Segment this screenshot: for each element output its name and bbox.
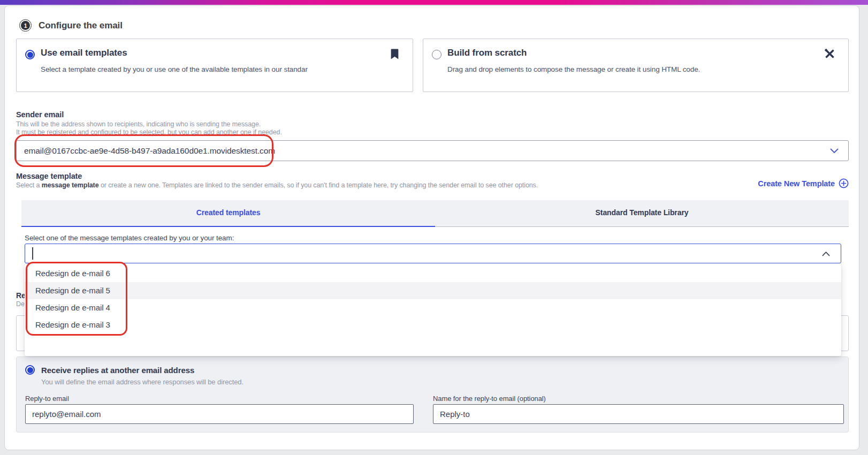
- chevron-up-icon[interactable]: [822, 251, 830, 256]
- template-search-input[interactable]: [25, 244, 841, 263]
- replies-option-description: You will define the email address where …: [41, 378, 243, 386]
- reply-to-name-label: Name for the reply-to email (optional): [433, 395, 546, 403]
- option-card-receive-replies-other-address[interactable]: Receive replies at another email address…: [16, 357, 849, 433]
- sender-email-selected-value: email@0167ccbc-ae9e-4d58-b497-a9ada160d0…: [24, 146, 275, 156]
- option-card-build-from-scratch[interactable]: Build from scratch Drag and drop element…: [423, 39, 849, 92]
- option-description: Drag and drop elements to compose the me…: [447, 64, 700, 75]
- email-campaign-configure-screen: 1 Configure the email Use email template…: [0, 0, 868, 455]
- step-number: 1: [21, 21, 30, 30]
- sender-email-select[interactable]: email@0167ccbc-ae9e-4d58-b497-a9ada160d0…: [16, 140, 849, 161]
- message-template-label: Message template: [16, 172, 82, 180]
- create-new-template-link[interactable]: Create New Template: [758, 178, 849, 188]
- dropdown-option[interactable]: Redesign de e-mail 3: [25, 316, 841, 333]
- sender-email-description-1: This will be the address shown to recipi…: [16, 120, 261, 128]
- option-card-use-email-templates[interactable]: Use email templates Select a template cr…: [16, 39, 413, 92]
- radio-receive-replies-other-address[interactable]: [25, 365, 35, 375]
- template-dropdown-panel: Redesign de e-mail 6 Redesign de e-mail …: [25, 263, 841, 356]
- radio-use-email-templates[interactable]: [25, 50, 35, 59]
- option-description: Select a template created by you or use …: [41, 64, 308, 75]
- reply-to-name-input[interactable]: [433, 404, 844, 424]
- plus-circle-icon: [839, 178, 849, 188]
- text-cursor: [32, 247, 33, 260]
- step-number-badge: 1: [19, 19, 32, 32]
- reply-to-email-label: Reply-to email: [25, 395, 69, 403]
- dropdown-option-highlighted[interactable]: Redesign de e-mail 5: [25, 282, 841, 299]
- replies-option-title: Receive replies at another email address: [41, 366, 194, 375]
- create-new-template-label: Create New Template: [758, 179, 835, 188]
- message-template-description: Select a message template or create a ne…: [16, 181, 538, 189]
- sender-email-label: Sender email: [16, 110, 64, 119]
- tab-created-templates[interactable]: Created templates: [21, 200, 435, 227]
- tab-standard-template-library[interactable]: Standard Template Library: [435, 200, 849, 227]
- tools-icon: [824, 48, 835, 62]
- description-suffix: or create a new one. Templates are linke…: [99, 181, 538, 189]
- description-prefix: Select a: [16, 181, 42, 189]
- template-select-label: Select one of the message templates crea…: [25, 234, 234, 242]
- description-bold: message template: [42, 181, 99, 189]
- sender-email-description-2: It must be registered and configured to …: [16, 128, 282, 136]
- dropdown-option[interactable]: Redesign de e-mail 4: [25, 299, 841, 316]
- chevron-down-icon[interactable]: [830, 148, 839, 154]
- template-tabs: Created templates Standard Template Libr…: [21, 200, 849, 227]
- dropdown-option[interactable]: Redesign de e-mail 6: [25, 265, 841, 282]
- step-title: Configure the email: [39, 20, 123, 31]
- option-title: Use email templates: [41, 48, 127, 58]
- step-header: 1 Configure the email: [19, 19, 123, 32]
- replies-description-fragment: De: [16, 300, 25, 308]
- reply-to-email-input[interactable]: [25, 404, 414, 424]
- radio-build-from-scratch[interactable]: [432, 50, 441, 59]
- option-title: Build from scratch: [447, 48, 527, 58]
- top-gradient-bar: [0, 0, 868, 5]
- bookmark-icon: [390, 48, 400, 62]
